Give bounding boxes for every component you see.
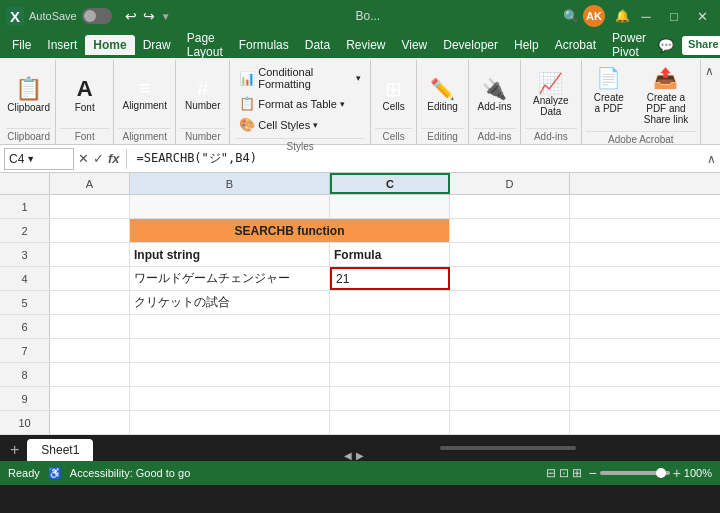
page-layout-icon[interactable]: ⊡ — [559, 466, 569, 480]
cell-c10[interactable] — [330, 411, 450, 434]
share-pdf-btn[interactable]: 📤 Create a PDF and Share link — [636, 64, 696, 127]
ribbon-collapse[interactable]: ∧ — [701, 60, 718, 144]
name-box[interactable]: C4 ▼ — [4, 148, 74, 170]
cell-rest-2 — [570, 219, 720, 242]
editing-btn[interactable]: ✏️ Editing — [423, 60, 462, 128]
addins-btn[interactable]: 🔌 Add-ins — [474, 60, 516, 128]
menu-data[interactable]: Data — [297, 35, 338, 55]
normal-view-icon[interactable]: ⊟ — [546, 466, 556, 480]
menu-powerpivot[interactable]: Power Pivot — [604, 28, 654, 62]
cell-a2[interactable] — [50, 219, 130, 242]
alignment-btn[interactable]: ≡ Alignment — [118, 60, 170, 128]
cell-d1[interactable] — [450, 195, 570, 218]
confirm-icon[interactable]: ✓ — [93, 151, 104, 166]
cell-c5[interactable] — [330, 291, 450, 314]
cell-d2[interactable] — [450, 219, 570, 242]
menu-acrobat[interactable]: Acrobat — [547, 35, 604, 55]
cancel-icon[interactable]: ✕ — [78, 151, 89, 166]
tab-add-btn[interactable]: + — [4, 439, 25, 461]
cell-b7[interactable] — [130, 339, 330, 362]
menu-view[interactable]: View — [393, 35, 435, 55]
cell-a1[interactable] — [50, 195, 130, 218]
sheet-tab-sheet1[interactable]: Sheet1 — [27, 439, 93, 461]
cell-d3[interactable] — [450, 243, 570, 266]
table-row: 7 — [0, 339, 720, 363]
cell-a8[interactable] — [50, 363, 130, 386]
cell-d4[interactable] — [450, 267, 570, 290]
create-pdf-btn[interactable]: 📄 Create a PDF — [586, 64, 632, 116]
number-btn[interactable]: # Number — [181, 60, 225, 128]
cell-b6[interactable] — [130, 315, 330, 338]
ribbon-toggle-icon[interactable]: 🔔 — [615, 9, 630, 23]
cell-a7[interactable] — [50, 339, 130, 362]
horizontal-scrollbar[interactable] — [372, 446, 712, 450]
formula-collapse-btn[interactable]: ∧ — [707, 152, 716, 166]
cell-a3[interactable] — [50, 243, 130, 266]
table-row: 3 Input string Formula — [0, 243, 720, 267]
close-btn[interactable]: ✕ — [690, 4, 714, 28]
menu-help[interactable]: Help — [506, 35, 547, 55]
zoom-in-icon[interactable]: + — [673, 465, 681, 481]
maximize-btn[interactable]: □ — [662, 4, 686, 28]
cell-b10[interactable] — [130, 411, 330, 434]
more-btn[interactable]: ▼ — [159, 6, 173, 26]
undo-btn[interactable]: ↩ — [123, 6, 139, 26]
zoom-slider[interactable] — [600, 471, 670, 475]
clipboard-btn[interactable]: 📋 Clipboard — [3, 60, 54, 128]
cell-title[interactable]: SEARCHB function — [130, 219, 450, 242]
menu-draw[interactable]: Draw — [135, 35, 179, 55]
page-break-icon[interactable]: ⊞ — [572, 466, 582, 480]
minimize-btn[interactable]: ─ — [634, 4, 658, 28]
zoom-out-icon[interactable]: − — [588, 465, 596, 481]
scroll-right-btn[interactable]: ▶ — [356, 450, 364, 461]
cell-b1[interactable] — [130, 195, 330, 218]
menu-developer[interactable]: Developer — [435, 35, 506, 55]
share-icon[interactable]: Share — [682, 36, 720, 55]
row-num-7: 7 — [0, 339, 50, 362]
menu-file[interactable]: File — [4, 35, 39, 55]
format-as-table-btn[interactable]: 📋 Format as Table ▾ — [236, 94, 364, 113]
menu-insert[interactable]: Insert — [39, 35, 85, 55]
cell-a4[interactable] — [50, 267, 130, 290]
cell-c3[interactable]: Formula — [330, 243, 450, 266]
collapse-icon[interactable]: ∧ — [705, 64, 714, 78]
comments-icon[interactable]: 💬 — [654, 36, 678, 55]
analyze-btn[interactable]: 📈 Analyze Data — [525, 60, 577, 128]
cell-a9[interactable] — [50, 387, 130, 410]
cell-c1[interactable] — [330, 195, 450, 218]
cells-btn[interactable]: ⊞ Cells — [378, 60, 408, 128]
redo-btn[interactable]: ↪ — [141, 6, 157, 26]
cell-b8[interactable] — [130, 363, 330, 386]
cell-styles-btn[interactable]: 🎨 Cell Styles ▾ — [236, 115, 364, 134]
menu-pagelayout[interactable]: Page Layout — [179, 28, 231, 62]
cell-b3[interactable]: Input string — [130, 243, 330, 266]
cell-c7[interactable] — [330, 339, 450, 362]
cell-c9[interactable] — [330, 387, 450, 410]
cell-d8[interactable] — [450, 363, 570, 386]
cell-d10[interactable] — [450, 411, 570, 434]
cell-d5[interactable] — [450, 291, 570, 314]
cell-d7[interactable] — [450, 339, 570, 362]
menu-formulas[interactable]: Formulas — [231, 35, 297, 55]
cell-a6[interactable] — [50, 315, 130, 338]
cell-b9[interactable] — [130, 387, 330, 410]
column-header-row: A B C D — [0, 173, 720, 195]
search-icon[interactable]: 🔍 — [563, 9, 579, 24]
cell-d6[interactable] — [450, 315, 570, 338]
fx-icon[interactable]: fx — [108, 151, 120, 166]
cell-a5[interactable] — [50, 291, 130, 314]
cell-c4-selected[interactable]: 21 — [330, 267, 450, 290]
menu-review[interactable]: Review — [338, 35, 393, 55]
cell-d9[interactable] — [450, 387, 570, 410]
cell-a10[interactable] — [50, 411, 130, 434]
cell-c6[interactable] — [330, 315, 450, 338]
cell-c8[interactable] — [330, 363, 450, 386]
font-btn[interactable]: A Font — [71, 60, 99, 128]
autosave-toggle[interactable] — [82, 8, 112, 24]
scroll-left-btn[interactable]: ◀ — [344, 450, 352, 461]
cell-b4[interactable]: ワールドゲームチェンジャー — [130, 267, 330, 290]
conditional-formatting-btn[interactable]: 📊 Conditional Formatting ▾ — [236, 64, 364, 92]
cell-b5[interactable]: クリケットの試合 — [130, 291, 330, 314]
formula-input[interactable]: =SEARCHB("ジ",B4) — [133, 150, 699, 167]
menu-home[interactable]: Home — [85, 35, 134, 55]
